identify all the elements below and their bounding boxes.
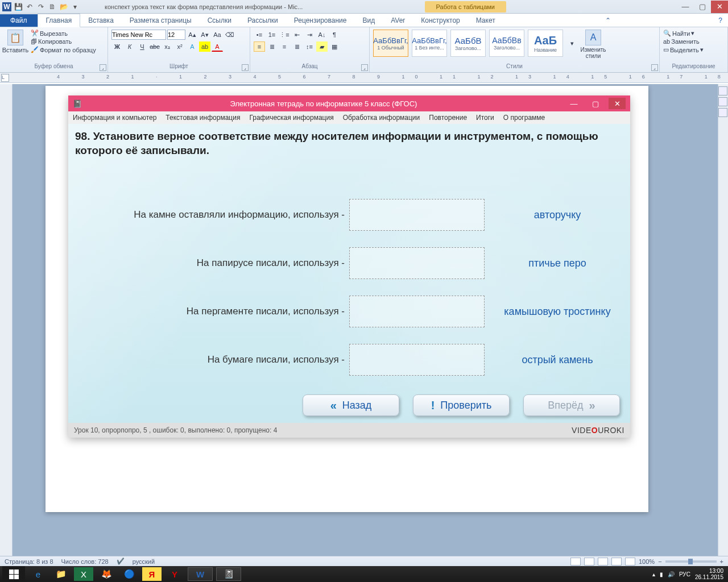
change-styles-button[interactable]: A Изменить стили — [581, 30, 605, 59]
zoom-out-icon[interactable]: − — [658, 558, 661, 565]
tab-page-layout[interactable]: Разметка страницы — [122, 14, 200, 27]
shrink-font-icon[interactable]: A▾ — [199, 30, 210, 40]
style-title[interactable]: АаБНазвание — [528, 30, 563, 57]
menu-totals[interactable]: Итоги — [476, 114, 494, 122]
answer-1[interactable]: авторучку — [485, 209, 619, 221]
notebook-titlebar[interactable]: 📓 Электронная тетрадь по информатике 5 к… — [68, 95, 630, 111]
menu-about[interactable]: О программе — [503, 114, 545, 122]
help-icon[interactable]: ? — [713, 14, 728, 27]
tab-selector[interactable]: L — [1, 74, 9, 82]
view-full-read[interactable] — [584, 558, 594, 566]
tab-insert[interactable]: Вставка — [80, 14, 122, 27]
view-outline[interactable] — [611, 558, 622, 566]
grow-font-icon[interactable]: A▴ — [187, 30, 198, 40]
borders-icon[interactable]: ▦ — [329, 41, 340, 52]
page-number[interactable]: Страница: 8 из 8 — [5, 558, 53, 565]
drop-zone-2[interactable] — [349, 247, 485, 279]
menu-review[interactable]: Повторение — [429, 114, 467, 122]
cut-button[interactable]: ✂️Вырезать — [31, 30, 96, 37]
notebook-minimize[interactable]: — — [565, 98, 582, 109]
clipboard-launcher[interactable]: ⌟ — [100, 64, 106, 71]
tab-home[interactable]: Главная — [38, 14, 81, 27]
minimize-button[interactable]: — — [677, 1, 694, 13]
back-button[interactable]: «Назад — [303, 394, 399, 416]
select-button[interactable]: ▭Выделить▾ — [663, 46, 704, 53]
start-button[interactable] — [2, 566, 25, 582]
align-center-icon[interactable]: ≣ — [266, 41, 278, 52]
language[interactable]: русский — [133, 558, 155, 565]
tab-layout[interactable]: Макет — [468, 14, 503, 27]
underline-icon[interactable]: Ч — [136, 41, 148, 52]
align-left-icon[interactable]: ≡ — [254, 41, 265, 52]
palette-1[interactable] — [718, 86, 727, 95]
answer-4[interactable]: острый камень — [485, 354, 619, 366]
palette-3[interactable] — [718, 108, 727, 117]
check-button[interactable]: !Проверить — [413, 394, 510, 416]
font-size-input[interactable] — [167, 30, 185, 40]
show-marks-icon[interactable]: ¶ — [329, 30, 340, 40]
view-print-layout[interactable] — [570, 558, 581, 566]
menu-processing[interactable]: Обработка информации — [343, 114, 420, 122]
bullets-icon[interactable]: •≡ — [254, 30, 265, 40]
vertical-ruler[interactable] — [0, 84, 13, 556]
multilevel-icon[interactable]: ⋮≡ — [279, 30, 290, 40]
font-name-input[interactable] — [111, 30, 166, 40]
change-case-icon[interactable]: Aa — [212, 30, 223, 40]
vertical-scrollbar[interactable] — [718, 84, 728, 556]
zoom-in-icon[interactable]: + — [720, 558, 723, 565]
italic-icon[interactable]: К — [124, 41, 135, 52]
maximize-button[interactable]: ▢ — [694, 1, 711, 13]
line-spacing-icon[interactable]: ↕≡ — [304, 41, 315, 52]
zoom-label[interactable]: 100% — [639, 558, 655, 565]
chrome-icon[interactable]: 🔵 — [119, 567, 139, 581]
decrease-indent-icon[interactable]: ⇤ — [291, 30, 303, 40]
word-count[interactable]: Число слов: 728 — [61, 558, 109, 565]
clear-format-icon[interactable]: ⌫ — [224, 30, 235, 40]
redo-icon[interactable]: ↷ — [36, 2, 46, 11]
open-icon[interactable]: 📂 — [59, 2, 68, 11]
drop-zone-1[interactable] — [349, 199, 485, 231]
proofing-icon[interactable]: ✔️ — [117, 558, 125, 565]
zoom-slider[interactable] — [665, 560, 717, 563]
drop-zone-3[interactable] — [349, 296, 485, 327]
ribbon-minimize-icon[interactable]: ⌃ — [599, 14, 617, 27]
next-button[interactable]: Вперёд» — [523, 394, 620, 416]
highlight-icon[interactable]: ab — [199, 41, 210, 52]
align-right-icon[interactable]: ≡ — [279, 41, 290, 52]
justify-icon[interactable]: ≣ — [291, 41, 303, 52]
explorer-icon[interactable]: 📁 — [51, 567, 71, 581]
tray-lang[interactable]: РУС — [679, 571, 690, 577]
styles-gallery[interactable]: АаБбВвГг,1 Обычный АаБбВвГг,1 Без инте..… — [373, 30, 578, 57]
find-button[interactable]: 🔍Найти▾ — [663, 30, 694, 37]
drop-zone-4[interactable] — [349, 344, 485, 376]
view-draft[interactable] — [625, 558, 635, 566]
yandex-icon[interactable]: Я — [142, 567, 162, 581]
superscript-icon[interactable]: x² — [174, 41, 185, 52]
tab-file[interactable]: Файл — [0, 14, 38, 27]
answer-2[interactable]: птичье перо — [485, 257, 619, 269]
replace-button[interactable]: abЗаменить — [663, 38, 700, 45]
copy-button[interactable]: 🗐Копировать — [31, 38, 96, 45]
notebook-close[interactable]: ✕ — [609, 98, 626, 109]
new-icon[interactable]: 🗎 — [48, 2, 57, 11]
style-heading2[interactable]: АаБбВвЗаголово... — [489, 30, 524, 57]
save-icon[interactable]: 💾 — [14, 2, 23, 11]
task-word[interactable]: W — [188, 567, 213, 581]
shading-icon[interactable]: ▰ — [316, 41, 328, 52]
format-painter-button[interactable]: 🖌️Формат по образцу — [31, 46, 96, 53]
tray-up-icon[interactable]: ▴ — [652, 571, 655, 577]
tab-review[interactable]: Рецензирование — [286, 14, 355, 27]
subscript-icon[interactable]: x₂ — [162, 41, 173, 52]
tray-network-icon[interactable]: ▮ — [660, 571, 663, 577]
paragraph-launcher[interactable]: ⌟ — [361, 64, 368, 71]
paste-button[interactable]: 📋 Вставить — [3, 30, 27, 53]
strike-icon[interactable]: abc — [149, 41, 160, 52]
tab-view[interactable]: Вид — [354, 14, 383, 27]
increase-indent-icon[interactable]: ⇥ — [304, 30, 315, 40]
menu-text-info[interactable]: Текстовая информация — [166, 114, 240, 122]
close-button[interactable]: ✕ — [711, 1, 728, 13]
view-web[interactable] — [598, 558, 608, 566]
firefox-icon[interactable]: 🦊 — [97, 567, 116, 581]
tab-mailings[interactable]: Рассылки — [239, 14, 286, 27]
style-heading1[interactable]: АаБбВЗаголово... — [450, 30, 486, 57]
